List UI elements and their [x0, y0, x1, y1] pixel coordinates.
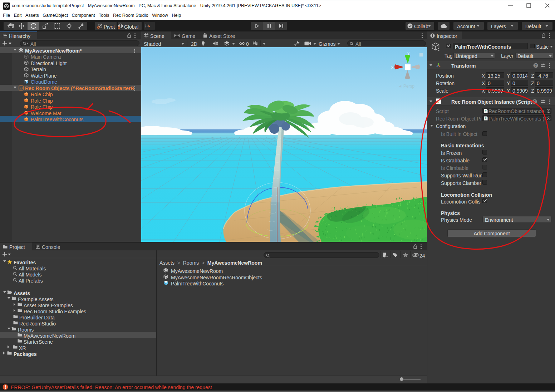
svg-text:?: ? — [534, 100, 536, 104]
svg-text:?: ? — [535, 64, 537, 68]
svg-text:x: x — [391, 65, 393, 70]
svg-text:y: y — [407, 50, 409, 55]
svg-text:◄ Persp: ◄ Persp — [398, 84, 415, 89]
